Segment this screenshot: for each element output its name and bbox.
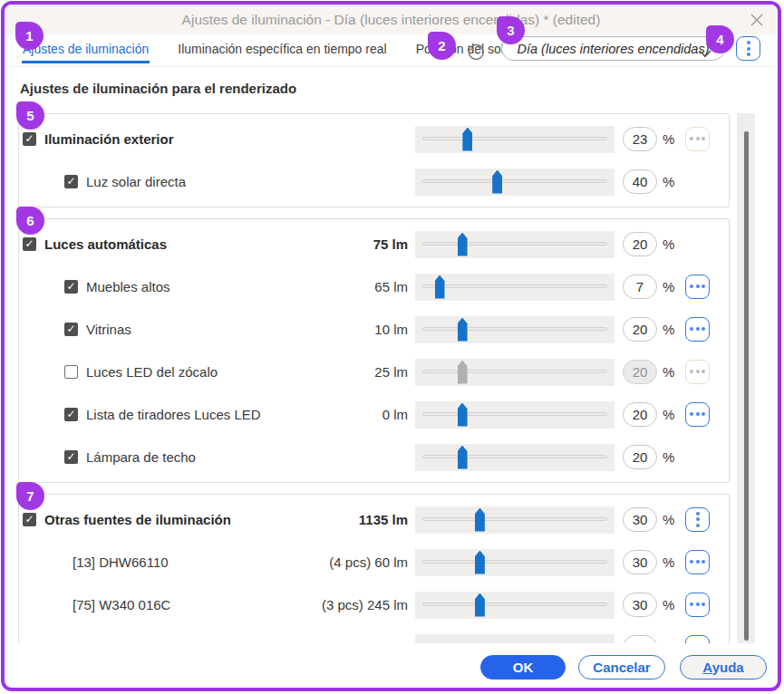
- lighting-group: 5✓Iluminación exterior23%✓Luz solar dire…: [18, 113, 730, 207]
- row-label-zone: ✓Lámpara de techo: [64, 449, 295, 465]
- dot: [696, 512, 700, 516]
- dot: [702, 137, 705, 140]
- intensity-slider[interactable]: [415, 169, 615, 196]
- intensity-slider[interactable]: [415, 634, 615, 644]
- percent-label: %: [663, 407, 675, 422]
- slider-handle[interactable]: [475, 551, 485, 574]
- annotation-badge: 5: [16, 101, 44, 130]
- row-label: Iluminación exterior: [44, 131, 174, 147]
- ok-button[interactable]: OK: [480, 655, 566, 680]
- slider-handle[interactable]: [458, 361, 468, 384]
- lighting-row: ✓Vitrinas10 lm20%: [19, 308, 729, 351]
- intensity-slider[interactable]: [415, 549, 615, 576]
- lighting-row: Luces LED del zócalo25 lm20%: [19, 351, 729, 393]
- intensity-value-field[interactable]: 30: [623, 550, 657, 574]
- luminous-flux-value: (4 pcs) 60 lm: [295, 554, 408, 570]
- dot: [690, 284, 693, 288]
- ellipsis-menu-icon[interactable]: [685, 402, 710, 427]
- checkbox[interactable]: ✓: [23, 132, 36, 146]
- kebab-menu-icon[interactable]: [685, 507, 710, 532]
- intensity-slider[interactable]: [415, 592, 615, 619]
- ellipsis-menu-icon[interactable]: [685, 317, 710, 342]
- percent-label: %: [663, 364, 675, 380]
- intensity-value-field[interactable]: 20: [623, 232, 657, 256]
- slider-handle[interactable]: [458, 318, 468, 342]
- slider-handle[interactable]: [458, 446, 468, 469]
- intensity-slider[interactable]: [415, 126, 615, 153]
- scroll-viewport: 5✓Iluminación exterior23%✓Luz solar dire…: [5, 98, 778, 643]
- intensity-slider[interactable]: [415, 231, 615, 258]
- annotation-badge: 1: [15, 22, 44, 50]
- slider-track: [422, 602, 607, 606]
- ellipsis-menu-icon: [685, 360, 710, 384]
- checkbox[interactable]: ✓: [64, 323, 78, 336]
- intensity-slider[interactable]: [415, 274, 615, 301]
- checkbox[interactable]: ✓: [23, 237, 36, 251]
- slider-track: [422, 517, 607, 521]
- row-label: Luz solar directa: [86, 174, 186, 189]
- intensity-value-field[interactable]: 20: [623, 445, 657, 469]
- checkbox[interactable]: ✓: [64, 175, 78, 188]
- intensity-value-field[interactable]: 30: [623, 593, 657, 617]
- lighting-row: ✓Lámpara de techo20%: [19, 436, 729, 478]
- close-icon[interactable]: [747, 10, 767, 30]
- checkbox[interactable]: ✓: [64, 450, 78, 464]
- intensity-value-field[interactable]: [623, 635, 657, 643]
- slider-handle[interactable]: [462, 128, 472, 151]
- intensity-value-field[interactable]: 30: [623, 507, 657, 532]
- slider-handle[interactable]: [458, 233, 468, 256]
- cancel-button[interactable]: Cancelar: [578, 655, 665, 680]
- checkbox[interactable]: [64, 365, 78, 379]
- row-button-slot: [685, 317, 711, 342]
- row-label-zone: [13] DHW66110: [64, 554, 295, 570]
- percent-label: %: [663, 322, 675, 337]
- tab-realtime-specific-lighting[interactable]: Iluminación específica en tiempo real: [177, 38, 387, 63]
- slider-handle[interactable]: [435, 275, 445, 299]
- intensity-slider[interactable]: [415, 316, 615, 343]
- dot: [690, 412, 693, 416]
- intensity-value-field[interactable]: 20: [623, 360, 657, 384]
- intensity-value-field[interactable]: 40: [623, 169, 657, 194]
- slider-track: [422, 560, 607, 564]
- intensity-value-field[interactable]: 20: [623, 317, 657, 342]
- intensity-value-field[interactable]: 20: [623, 402, 657, 427]
- dialog-title: Ajustes de iluminación - Día (luces inte…: [5, 5, 778, 34]
- slider-handle[interactable]: [458, 403, 468, 427]
- lighting-row: [19, 626, 729, 643]
- slider-track: [422, 137, 607, 140]
- row-label: Lista de tiradores Luces LED: [86, 407, 261, 422]
- intensity-slider[interactable]: [415, 359, 615, 386]
- annotation-badge: 3: [497, 16, 525, 44]
- ellipsis-menu-icon[interactable]: [685, 635, 710, 644]
- row-button-slot: [685, 550, 711, 575]
- percent-label: %: [663, 174, 675, 189]
- scrollbar-track[interactable]: [737, 113, 755, 643]
- checkbox[interactable]: ✓: [64, 280, 78, 294]
- ellipsis-menu-icon[interactable]: [685, 550, 710, 574]
- lighting-preset-dropdown[interactable]: Día (luces interiores encendidas): [501, 36, 725, 61]
- intensity-slider[interactable]: [415, 401, 615, 429]
- scrollbar-thumb[interactable]: [744, 131, 749, 641]
- lighting-row: ✓Iluminación exterior23%: [19, 118, 729, 160]
- kebab-menu-icon[interactable]: [736, 36, 760, 61]
- intensity-slider[interactable]: [415, 506, 615, 534]
- intensity-value-field[interactable]: 23: [623, 127, 657, 151]
- percent-label: %: [663, 236, 675, 252]
- slider-handle[interactable]: [475, 508, 485, 532]
- ellipsis-menu-icon[interactable]: [685, 593, 710, 617]
- intensity-slider[interactable]: [415, 444, 615, 471]
- percent-label: %: [663, 279, 675, 294]
- intensity-value-field[interactable]: 7: [623, 275, 657, 299]
- screenshot-stage: Ajustes de iluminación - Día (luces inte…: [0, 0, 784, 694]
- slider-handle[interactable]: [475, 593, 485, 617]
- help-button[interactable]: Ayuda: [680, 655, 767, 680]
- ellipsis-menu-icon[interactable]: [685, 275, 710, 299]
- row-button-slot: [685, 169, 711, 195]
- dialog-titlebar: Ajustes de iluminación - Día (luces inte…: [5, 5, 778, 34]
- checkbox[interactable]: ✓: [64, 408, 78, 421]
- dot: [696, 327, 700, 331]
- row-button-slot: [685, 402, 711, 428]
- slider-handle[interactable]: [492, 170, 502, 194]
- checkbox[interactable]: ✓: [23, 513, 36, 526]
- row-button-slot: [685, 127, 711, 152]
